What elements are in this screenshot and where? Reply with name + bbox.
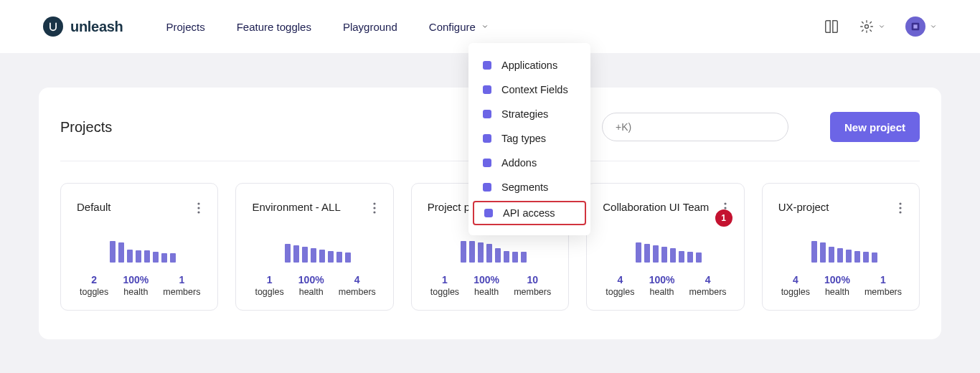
svg-point-3	[198, 202, 200, 204]
nav-projects[interactable]: Projects	[166, 21, 204, 33]
project-stat-members: 4members	[689, 274, 727, 297]
project-activity-chart	[636, 238, 729, 263]
project-stat-toggles: 4toggles	[606, 274, 634, 297]
project-stat-health: 100%health	[123, 274, 149, 297]
panel-title: Projects	[60, 119, 112, 136]
square-icon	[483, 110, 491, 118]
brand-logo-icon	[43, 16, 63, 37]
search-hint: +K)	[616, 121, 631, 133]
nav-configure-label: Configure	[429, 21, 476, 33]
project-card[interactable]: 1Collaboration UI Team4toggles100%health…	[586, 183, 744, 311]
avatar	[905, 16, 925, 37]
project-card-menu[interactable]	[370, 199, 379, 219]
project-notification-badge: 1	[715, 209, 732, 227]
menu-tag-types[interactable]: Tag types	[468, 126, 590, 151]
project-stats: 2toggles100%health1members	[77, 274, 203, 297]
kebab-icon	[197, 202, 200, 214]
project-stats: 1toggles100%health4members	[252, 274, 378, 297]
chevron-down-icon	[930, 23, 937, 30]
project-stat-health: 100%health	[298, 274, 324, 297]
nav-playground[interactable]: Playground	[343, 21, 397, 33]
project-stats: 4toggles100%health1members	[778, 274, 905, 297]
kebab-icon	[899, 202, 902, 214]
new-project-button[interactable]: New project	[830, 112, 920, 142]
project-card-title: Environment - ALL	[252, 199, 340, 214]
project-stat-members: 10members	[514, 274, 551, 297]
svg-point-16	[899, 207, 901, 209]
svg-point-5	[198, 211, 200, 213]
square-icon	[483, 183, 491, 192]
brand-name: unleash	[70, 19, 123, 35]
topbar-actions	[824, 16, 937, 37]
svg-point-4	[198, 207, 200, 209]
nav-feature-toggles[interactable]: Feature toggles	[237, 21, 311, 33]
docs-icon[interactable]	[824, 19, 839, 34]
kebab-icon	[373, 202, 376, 214]
chevron-down-icon	[878, 23, 885, 30]
menu-applications[interactable]: Applications	[468, 53, 590, 77]
project-stat-toggles: 2toggles	[80, 274, 108, 297]
svg-point-15	[899, 202, 901, 204]
project-stat-toggles: 4toggles	[781, 274, 810, 297]
svg-point-6	[373, 202, 375, 204]
project-card-header: Collaboration UI Team	[603, 199, 729, 231]
nav-configure[interactable]: Configure	[429, 21, 489, 33]
menu-strategies[interactable]: Strategies	[468, 102, 590, 126]
project-stats: 4toggles100%health4members	[603, 274, 729, 297]
square-icon	[483, 159, 491, 167]
project-stat-health: 100%health	[473, 274, 499, 297]
project-card[interactable]: Environment - ALL1toggles100%health4memb…	[235, 183, 393, 311]
svg-point-8	[373, 211, 375, 213]
project-card-menu[interactable]	[896, 199, 905, 219]
project-activity-chart	[110, 238, 203, 263]
project-card-header: UX-project	[778, 199, 905, 231]
project-stat-members: 4members	[339, 274, 376, 297]
square-icon	[483, 85, 491, 94]
project-stat-members: 1members	[864, 274, 902, 297]
svg-point-7	[373, 207, 375, 209]
brand-logo[interactable]: unleash	[43, 16, 123, 37]
menu-context-fields[interactable]: Context Fields	[468, 77, 590, 102]
project-stat-health: 100%health	[649, 274, 675, 297]
project-card-header: Default	[77, 199, 203, 231]
project-stat-toggles: 1toggles	[255, 274, 283, 297]
square-icon	[484, 209, 493, 217]
project-activity-chart	[811, 238, 905, 263]
square-icon	[483, 61, 491, 70]
main-nav: Projects Feature toggles Playground Conf…	[166, 21, 488, 33]
menu-addons[interactable]: Addons	[468, 151, 590, 175]
configure-dropdown: Applications Context Fields Strategies T…	[468, 43, 590, 235]
project-stat-members: 1members	[163, 274, 200, 297]
gear-icon	[859, 19, 874, 34]
user-menu[interactable]	[905, 16, 937, 37]
project-stat-health: 100%health	[824, 274, 850, 297]
svg-point-12	[724, 202, 726, 204]
project-card-title: UX-project	[778, 199, 829, 214]
menu-segments[interactable]: Segments	[468, 175, 590, 199]
svg-point-17	[899, 211, 901, 213]
project-card-title: Default	[77, 199, 111, 214]
chevron-down-icon	[481, 23, 489, 30]
svg-rect-2	[913, 24, 917, 28]
project-activity-chart	[461, 238, 554, 263]
square-icon	[483, 134, 491, 143]
project-card-header: Environment - ALL	[252, 199, 378, 231]
project-activity-chart	[285, 238, 378, 263]
projects-search[interactable]: +K)	[602, 113, 788, 141]
svg-point-0	[865, 25, 869, 29]
project-stats: 1toggles100%health10members	[428, 274, 554, 297]
project-card[interactable]: UX-project4toggles100%health1members	[762, 183, 920, 311]
settings-menu[interactable]	[859, 19, 885, 34]
project-card-menu[interactable]	[194, 199, 203, 219]
menu-api-access[interactable]: API access	[473, 201, 586, 225]
project-stat-toggles: 1toggles	[430, 274, 459, 297]
project-card[interactable]: Default2toggles100%health1members	[60, 183, 218, 311]
project-card-title: Collaboration UI Team	[603, 199, 709, 214]
